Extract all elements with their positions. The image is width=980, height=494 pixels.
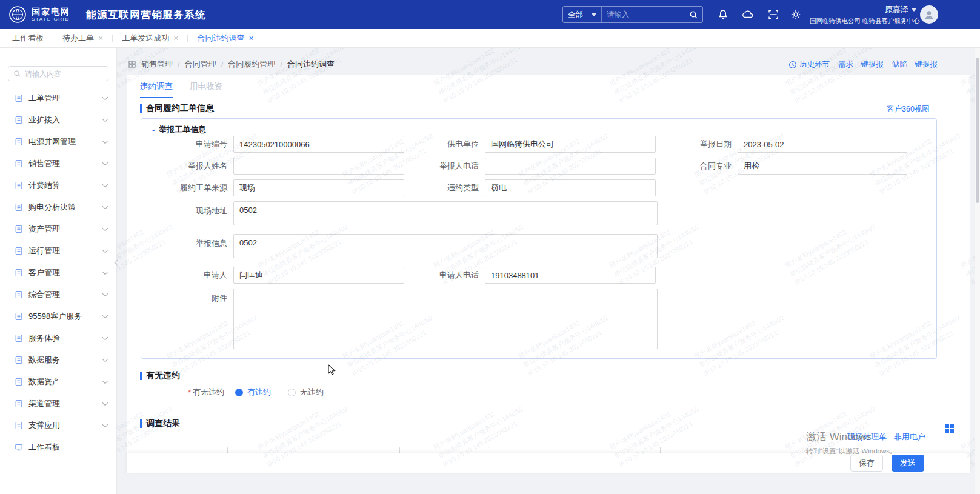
order-source-input[interactable] bbox=[233, 179, 404, 196]
result-input-partial[interactable] bbox=[488, 447, 661, 453]
sidebar-item-purchase-analysis[interactable]: 购电分析决策 bbox=[0, 196, 116, 218]
site-address-input[interactable]: 0502 bbox=[233, 201, 658, 225]
sidebar-item-service-experience[interactable]: 服务体验 bbox=[0, 327, 116, 349]
document-icon bbox=[15, 116, 23, 124]
sidebar-item-95598-service[interactable]: 95598客户服务 bbox=[0, 305, 116, 327]
sidebar-item-label: 运行管理 bbox=[28, 245, 103, 256]
breadcrumb-item[interactable]: 销售管理 bbox=[141, 59, 173, 70]
sidebar-item-comprehensive-mgmt[interactable]: 综合管理 bbox=[0, 284, 116, 305]
section-bar bbox=[140, 372, 142, 380]
applicant-phone-input[interactable] bbox=[485, 267, 656, 284]
breadcrumb-separator: / bbox=[178, 60, 180, 69]
sidebar-item-work-order-mgmt[interactable]: 工单管理 bbox=[0, 87, 116, 109]
search-scope-value: 全部 bbox=[568, 10, 583, 20]
breadcrumb-item[interactable]: 合同履约管理 bbox=[228, 59, 275, 70]
reporter-name-input[interactable] bbox=[233, 158, 404, 175]
chevron-down-icon bbox=[102, 182, 108, 188]
reporter-phone-label: 举报人电话 bbox=[404, 161, 485, 172]
radio-no-violation[interactable]: 无违约 bbox=[288, 387, 324, 398]
tab-order-sent[interactable]: 工单发送成功 × bbox=[122, 33, 178, 44]
sidebar-item-channel-mgmt[interactable]: 渠道管理 bbox=[0, 393, 116, 415]
sidebar-item-operation-mgmt[interactable]: 运行管理 bbox=[0, 240, 116, 262]
report-form: 申请编号 供电单位 举报日期 举报人姓名 举报人电话 合同专业 履约工单来源 违… bbox=[141, 136, 936, 358]
avatar[interactable] bbox=[920, 5, 938, 24]
sidebar-item-data-service[interactable]: 数据服务 bbox=[0, 349, 116, 371]
result-input-partial[interactable] bbox=[227, 447, 400, 453]
global-search-input[interactable] bbox=[602, 10, 684, 19]
notification-bell-button[interactable] bbox=[716, 8, 730, 21]
sidebar-item-work-board[interactable]: 工作看板 bbox=[0, 436, 116, 458]
chevron-down-icon bbox=[102, 400, 108, 406]
windows-activation-watermark: 激活 Windows 转到“设置”以激活 Windows。 bbox=[806, 430, 897, 456]
scan-icon bbox=[767, 8, 779, 21]
brand-text: 国家电网 STATE GRID bbox=[32, 7, 70, 22]
sidebar-item-sales-mgmt[interactable]: 销售管理 bbox=[0, 153, 116, 175]
tab-power-collection[interactable]: 用电收资 bbox=[190, 75, 222, 98]
document-icon bbox=[15, 290, 23, 299]
quick-links: 历史环节 需求一键提报 缺陷一键提报 bbox=[788, 59, 938, 70]
sidebar-item-business-expansion[interactable]: 业扩接入 bbox=[0, 109, 116, 131]
grid-square bbox=[945, 429, 949, 433]
tab-work-board[interactable]: 工作看板 bbox=[12, 33, 44, 44]
close-icon[interactable]: × bbox=[98, 34, 103, 42]
fullscreen-scan-button[interactable] bbox=[767, 8, 780, 21]
chevron-down-icon bbox=[102, 378, 108, 384]
sidebar-search-input[interactable] bbox=[25, 70, 103, 78]
site-address-label: 现场地址 bbox=[141, 201, 233, 216]
tab-violation-survey[interactable]: 违约调查 bbox=[140, 75, 173, 98]
send-button[interactable]: 发送 bbox=[892, 455, 924, 472]
tab-todo-orders[interactable]: 待办工单 × bbox=[62, 33, 103, 44]
customer-360-link[interactable]: 客户360视图 bbox=[887, 104, 930, 115]
section-contract-order-info: 合同履约工单信息 bbox=[140, 103, 214, 114]
panel-collapse-toggle[interactable]: - 举报工单信息 bbox=[152, 124, 206, 135]
attachment-area[interactable] bbox=[233, 289, 658, 349]
apply-no-input[interactable] bbox=[233, 136, 404, 153]
tab-label: 待办工单 bbox=[62, 33, 94, 44]
sidebar-item-asset-mgmt[interactable]: 资产管理 bbox=[0, 218, 116, 240]
search-button[interactable] bbox=[684, 7, 702, 22]
non-power-user-link[interactable]: 非用电户 bbox=[894, 432, 925, 442]
report-date-input[interactable] bbox=[738, 136, 907, 153]
user-menu[interactable]: 原嘉泽 bbox=[885, 4, 916, 15]
demand-report-link[interactable]: 需求一键提报 bbox=[838, 59, 884, 70]
floating-grid-widget[interactable] bbox=[945, 424, 954, 433]
sidebar-item-support-application[interactable]: 支撑应用 bbox=[0, 415, 116, 436]
save-button[interactable]: 保存 bbox=[850, 455, 883, 472]
violation-type-input[interactable] bbox=[485, 179, 656, 196]
search-scope-select[interactable]: 全部 bbox=[563, 7, 602, 22]
order-source-label: 履约工单来源 bbox=[141, 182, 233, 193]
tab-contract-violation-survey[interactable]: 合同违约调查 × bbox=[197, 33, 253, 44]
chevron-down-icon bbox=[102, 225, 108, 232]
chevron-left-icon bbox=[115, 259, 121, 265]
sidebar-item-label: 电源并网管理 bbox=[28, 136, 103, 147]
page-scrollbar[interactable] bbox=[975, 48, 980, 494]
applicant-input[interactable] bbox=[233, 267, 404, 284]
sidebar-item-power-connection-mgmt[interactable]: 电源并网管理 bbox=[0, 131, 116, 153]
sidebar-item-label: 支撑应用 bbox=[28, 420, 103, 431]
chevron-down-icon bbox=[102, 116, 108, 122]
radio-has-violation[interactable]: 有违约 bbox=[235, 387, 271, 398]
form-row: 履约工单来源 违约类型 bbox=[141, 179, 936, 196]
violation-type-label: 违约类型 bbox=[404, 182, 485, 193]
sidebar-item-data-asset[interactable]: 数据资产 bbox=[0, 371, 116, 393]
sidebar-item-label: 数据资产 bbox=[28, 376, 103, 387]
close-icon[interactable]: × bbox=[173, 34, 178, 42]
report-info-input[interactable]: 0502 bbox=[233, 234, 658, 258]
chevron-down-icon bbox=[102, 247, 108, 253]
sidebar-item-customer-mgmt[interactable]: 客户管理 bbox=[0, 262, 116, 284]
close-icon[interactable]: × bbox=[248, 34, 253, 42]
sidebar-collapse-handle[interactable] bbox=[114, 255, 121, 270]
sidebar-item-billing-settlement[interactable]: 计费结算 bbox=[0, 175, 116, 196]
defect-report-link[interactable]: 缺陷一键提报 bbox=[892, 59, 938, 70]
violation-field-label: 有无违约 bbox=[193, 387, 224, 398]
breadcrumb-item[interactable]: 合同管理 bbox=[185, 59, 216, 70]
history-link[interactable]: 历史环节 bbox=[788, 59, 830, 70]
grid-icon bbox=[128, 60, 136, 68]
document-icon bbox=[15, 181, 23, 190]
cloud-button[interactable] bbox=[741, 8, 755, 21]
reporter-phone-input[interactable] bbox=[485, 158, 656, 175]
supply-unit-input[interactable] bbox=[485, 136, 656, 153]
contract-major-input[interactable] bbox=[738, 158, 907, 175]
settings-button[interactable] bbox=[789, 8, 802, 21]
scrollbar-thumb[interactable] bbox=[976, 58, 979, 203]
